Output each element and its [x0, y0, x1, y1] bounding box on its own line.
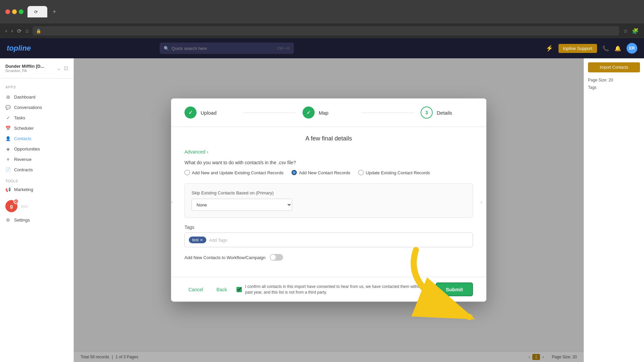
- sidebar-item-settings[interactable]: ⚙ Settings: [0, 215, 73, 225]
- topbar: topline 🔍 Quick search here Ctrl + K ⚡ t…: [0, 38, 644, 58]
- step-map-label: Map: [319, 110, 328, 115]
- radio-input-update[interactable]: [358, 170, 364, 175]
- search-shortcut: Ctrl + K: [277, 46, 290, 50]
- import-contacts-button[interactable]: Import Contacts: [588, 62, 640, 72]
- sidebar-item-label-settings: Settings: [14, 218, 30, 223]
- topbar-right: ⚡ topline Support 📞 🔔 ER: [546, 43, 637, 54]
- sidebar-item-contracts[interactable]: 📄 Contracts: [0, 165, 73, 175]
- tags-section-label: Tags: [184, 225, 473, 230]
- lightning-icon: ⚡: [546, 45, 553, 52]
- company-expand-icon: ⌄: [57, 65, 61, 71]
- advanced-link[interactable]: Advanced ›: [184, 149, 208, 155]
- sidebar-item-tasks[interactable]: ✓ Tasks: [0, 113, 73, 123]
- sidebar-item-label-tasks: Tasks: [14, 115, 25, 120]
- conversations-icon: 💬: [5, 105, 11, 110]
- settings-icon: ⚙: [5, 218, 11, 223]
- tags-column-label: Tags: [588, 85, 640, 90]
- radio-add-update[interactable]: Add New and Update Existing Contact Reco…: [184, 170, 283, 175]
- scroll-left-icon[interactable]: ‹: [171, 198, 173, 205]
- sidebar-item-scheduler[interactable]: 📅 Scheduler: [0, 123, 73, 133]
- support-button[interactable]: topline Support: [558, 44, 597, 53]
- reload-nav-button[interactable]: ⟳: [17, 28, 21, 34]
- search-icon: 🔍: [164, 46, 169, 51]
- bookmark-icon[interactable]: ☆: [623, 28, 628, 34]
- app-logo: topline: [7, 44, 31, 53]
- phone-icon[interactable]: 📞: [602, 45, 609, 52]
- step-map: ✓ Map: [303, 107, 355, 119]
- step-upload-circle: ✓: [184, 107, 197, 119]
- maximize-button[interactable]: [19, 9, 23, 14]
- sidebar-item-revenue[interactable]: ≡ Revenue: [0, 154, 73, 165]
- sidebar-item-marketing[interactable]: 📢 Marketing: [0, 184, 73, 195]
- browser-chrome: ⟳ +: [0, 0, 644, 23]
- radio-group: Add New and Update Existing Contact Reco…: [184, 170, 473, 175]
- address-bar[interactable]: 🔒: [33, 26, 619, 36]
- company-name: Dunder Mifflin [D...: [5, 64, 44, 69]
- browser-tab[interactable]: ⟳: [28, 6, 47, 17]
- layout-toggle-icon[interactable]: ⊡: [64, 65, 68, 71]
- sidebar-item-opportunities[interactable]: ◈ Opportunities: [0, 144, 73, 154]
- step-upload: ✓ Upload: [184, 107, 237, 119]
- browser-nav-right: ☆ 🧩: [623, 28, 639, 34]
- radio-input-add-update[interactable]: [184, 170, 190, 175]
- page-size-label: Page Size: 20: [588, 78, 640, 82]
- step-upload-label: Upload: [201, 110, 217, 115]
- radio-input-add-new[interactable]: [291, 170, 297, 175]
- extensions-icon[interactable]: 🧩: [632, 28, 639, 34]
- back-nav-button[interactable]: ‹: [5, 28, 7, 34]
- address-lock-icon: 🔒: [36, 28, 41, 34]
- sidebar-item-contacts[interactable]: 👤 Contacts: [0, 133, 73, 144]
- browser-nav: ‹ › ⟳ ⌂ 🔒 ☆ 🧩: [0, 23, 644, 38]
- skip-section: Skip Existing Contacts Based on (Primary…: [184, 183, 473, 218]
- skip-select[interactable]: None: [192, 199, 292, 211]
- sidebar-item-dashboard[interactable]: ⊞ Dashboard: [0, 92, 73, 102]
- tasks-icon: ✓: [5, 115, 11, 120]
- search-placeholder: Quick search here: [172, 46, 207, 51]
- radio-label-update: Update Existing Contact Records: [366, 170, 430, 175]
- bell-icon[interactable]: 🔔: [614, 45, 621, 52]
- modal-title: A few final details: [184, 135, 473, 142]
- tag-label: test: [192, 238, 199, 242]
- scheduler-icon: 📅: [5, 126, 11, 131]
- radio-add-new[interactable]: Add New Contact Records: [291, 170, 350, 175]
- search-bar[interactable]: 🔍 Quick search here Ctrl + K: [160, 43, 294, 54]
- step-map-circle: ✓: [303, 107, 315, 119]
- workflow-label: Add New Contacts to Workflow/Campaign: [184, 255, 266, 260]
- submit-button[interactable]: Submit: [436, 283, 473, 296]
- dashboard-icon: ⊞: [5, 95, 11, 100]
- sidebar-item-label-scheduler: Scheduler: [14, 126, 34, 131]
- close-button[interactable]: [5, 9, 10, 14]
- sidebar-item-label-conversations: Conversations: [14, 105, 42, 110]
- user-avatar[interactable]: ER: [627, 43, 637, 54]
- radio-label-add-update: Add New and Update Existing Contact Reco…: [192, 170, 283, 175]
- cancel-button[interactable]: Cancel: [184, 284, 207, 295]
- sidebar-item-label-marketing: Marketing: [14, 187, 33, 192]
- new-tab-button[interactable]: +: [50, 8, 59, 15]
- sidebar-item-label-revenue: Revenue: [14, 157, 32, 162]
- advanced-link-label: Advanced: [184, 149, 205, 155]
- sidebar-item-label-contacts: Contacts: [14, 136, 31, 141]
- workflow-toggle[interactable]: [270, 254, 283, 261]
- scroll-right-icon[interactable]: ›: [480, 198, 482, 205]
- stepper: ✓ Upload ✓ Map 3 Details: [171, 99, 486, 127]
- tags-input-area[interactable]: test ✕ Add Tags: [184, 233, 473, 247]
- revenue-icon: ≡: [5, 157, 11, 162]
- confirm-section: I confirm all contacts in this import ha…: [236, 284, 430, 295]
- confirm-checkbox[interactable]: [236, 287, 242, 292]
- sidebar-item-user-notification[interactable]: g 41 tion: [0, 197, 73, 215]
- minimize-button[interactable]: [12, 9, 17, 14]
- right-panel: Import Contacts Page Size: 20 Tags: [584, 58, 644, 362]
- radio-update[interactable]: Update Existing Contact Records: [358, 170, 430, 175]
- company-selector[interactable]: Dunder Mifflin [D... Scranton, PA ⌄ ⊡: [0, 64, 73, 78]
- sidebar-item-conversations[interactable]: 💬 Conversations: [0, 102, 73, 113]
- import-modal: ✓ Upload ✓ Map 3 Details: [171, 99, 486, 302]
- home-nav-button[interactable]: ⌂: [25, 28, 29, 34]
- sidebar-item-label-contracts: Contracts: [14, 167, 33, 172]
- add-tags-placeholder[interactable]: Add Tags: [209, 237, 227, 242]
- tag-remove-icon[interactable]: ✕: [200, 238, 203, 242]
- radio-label-add-new: Add New Contact Records: [299, 170, 350, 175]
- forward-nav-button[interactable]: ›: [11, 28, 13, 34]
- back-button[interactable]: Back: [213, 284, 231, 295]
- sidebar: Dunder Mifflin [D... Scranton, PA ⌄ ⊡ Ap…: [0, 58, 74, 362]
- skip-label: Skip Existing Contacts Based on (Primary…: [192, 190, 466, 195]
